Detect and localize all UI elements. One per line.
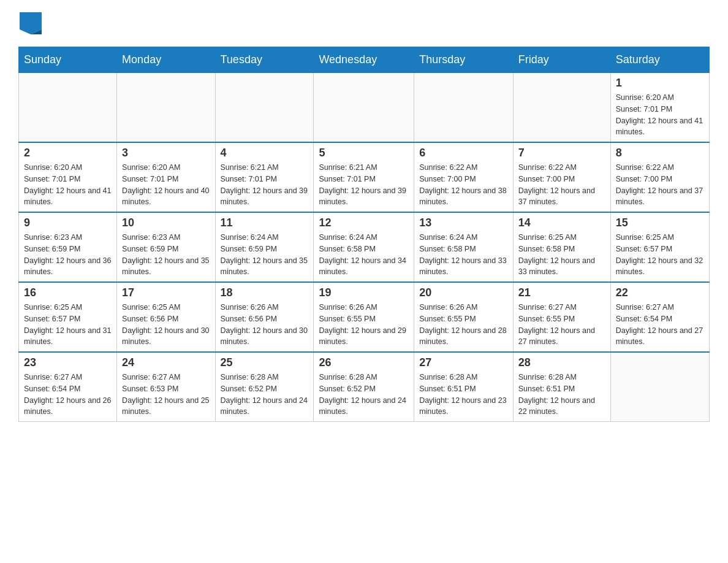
day-info: Sunrise: 6:21 AM Sunset: 7:01 PM Dayligh… (319, 162, 409, 208)
day-number: 6 (419, 147, 508, 159)
day-info: Sunrise: 6:23 AM Sunset: 6:59 PM Dayligh… (122, 232, 210, 278)
day-number: 25 (221, 356, 309, 369)
day-info: Sunrise: 6:23 AM Sunset: 6:59 PM Dayligh… (24, 232, 112, 278)
day-info: Sunrise: 6:25 AM Sunset: 6:57 PM Dayligh… (616, 232, 704, 278)
day-of-week-header: Monday (117, 47, 215, 73)
day-number: 16 (24, 286, 112, 299)
day-info: Sunrise: 6:20 AM Sunset: 7:01 PM Dayligh… (24, 162, 112, 208)
day-number: 22 (616, 286, 704, 299)
day-of-week-header: Thursday (414, 47, 514, 73)
calendar-day-cell: 15Sunrise: 6:25 AM Sunset: 6:57 PM Dayli… (610, 212, 709, 282)
calendar-day-cell: 13Sunrise: 6:24 AM Sunset: 6:58 PM Dayli… (414, 212, 514, 282)
day-number: 3 (122, 147, 210, 159)
day-info: Sunrise: 6:21 AM Sunset: 7:01 PM Dayligh… (221, 162, 309, 208)
calendar-day-cell (117, 73, 215, 143)
calendar-day-cell: 26Sunrise: 6:28 AM Sunset: 6:52 PM Dayli… (314, 352, 414, 422)
day-number: 1 (616, 77, 704, 90)
day-info: Sunrise: 6:22 AM Sunset: 7:00 PM Dayligh… (419, 162, 508, 208)
calendar-day-cell: 5Sunrise: 6:21 AM Sunset: 7:01 PM Daylig… (314, 142, 414, 212)
day-info: Sunrise: 6:20 AM Sunset: 7:01 PM Dayligh… (616, 92, 704, 138)
calendar-day-cell: 10Sunrise: 6:23 AM Sunset: 6:59 PM Dayli… (117, 212, 215, 282)
day-info: Sunrise: 6:27 AM Sunset: 6:55 PM Dayligh… (518, 302, 605, 348)
day-info: Sunrise: 6:28 AM Sunset: 6:51 PM Dayligh… (518, 372, 605, 418)
day-info: Sunrise: 6:20 AM Sunset: 7:01 PM Dayligh… (122, 162, 210, 208)
calendar-day-cell (414, 73, 514, 143)
day-info: Sunrise: 6:25 AM Sunset: 6:57 PM Dayligh… (24, 302, 112, 348)
day-number: 11 (221, 216, 309, 229)
day-number: 18 (221, 286, 309, 299)
day-number: 20 (419, 286, 508, 299)
logo (18, 12, 43, 34)
day-number: 4 (221, 147, 309, 159)
day-number: 9 (24, 216, 112, 229)
calendar-day-cell (19, 73, 117, 143)
day-number: 26 (319, 356, 409, 369)
day-info: Sunrise: 6:24 AM Sunset: 6:59 PM Dayligh… (221, 232, 309, 278)
calendar-day-cell: 17Sunrise: 6:25 AM Sunset: 6:56 PM Dayli… (117, 282, 215, 352)
day-of-week-header: Sunday (19, 47, 117, 73)
calendar-day-cell (513, 73, 610, 143)
day-number: 24 (122, 356, 210, 369)
day-info: Sunrise: 6:25 AM Sunset: 6:58 PM Dayligh… (518, 232, 605, 278)
day-info: Sunrise: 6:22 AM Sunset: 7:00 PM Dayligh… (616, 162, 704, 208)
day-info: Sunrise: 6:26 AM Sunset: 6:55 PM Dayligh… (419, 302, 508, 348)
day-info: Sunrise: 6:27 AM Sunset: 6:54 PM Dayligh… (24, 372, 112, 418)
day-number: 28 (518, 356, 605, 369)
calendar-week-row: 1Sunrise: 6:20 AM Sunset: 7:01 PM Daylig… (19, 73, 710, 143)
day-of-week-header: Tuesday (215, 47, 314, 73)
calendar-day-cell: 9Sunrise: 6:23 AM Sunset: 6:59 PM Daylig… (19, 212, 117, 282)
calendar-day-cell: 8Sunrise: 6:22 AM Sunset: 7:00 PM Daylig… (610, 142, 709, 212)
calendar-day-cell: 23Sunrise: 6:27 AM Sunset: 6:54 PM Dayli… (19, 352, 117, 422)
calendar-day-cell: 6Sunrise: 6:22 AM Sunset: 7:00 PM Daylig… (414, 142, 514, 212)
calendar-week-row: 9Sunrise: 6:23 AM Sunset: 6:59 PM Daylig… (19, 212, 710, 282)
calendar-day-cell: 22Sunrise: 6:27 AM Sunset: 6:54 PM Dayli… (610, 282, 709, 352)
calendar-day-cell: 14Sunrise: 6:25 AM Sunset: 6:58 PM Dayli… (513, 212, 610, 282)
calendar-week-row: 2Sunrise: 6:20 AM Sunset: 7:01 PM Daylig… (19, 142, 710, 212)
day-of-week-header: Friday (513, 47, 610, 73)
calendar-header-row: SundayMondayTuesdayWednesdayThursdayFrid… (19, 47, 710, 73)
day-number: 13 (419, 216, 508, 229)
logo-icon (20, 12, 42, 34)
day-info: Sunrise: 6:27 AM Sunset: 6:54 PM Dayligh… (616, 302, 704, 348)
day-number: 21 (518, 286, 605, 299)
day-info: Sunrise: 6:28 AM Sunset: 6:51 PM Dayligh… (419, 372, 508, 418)
day-number: 5 (319, 147, 409, 159)
calendar-table: SundayMondayTuesdayWednesdayThursdayFrid… (18, 47, 710, 422)
day-info: Sunrise: 6:26 AM Sunset: 6:55 PM Dayligh… (319, 302, 409, 348)
calendar-day-cell: 25Sunrise: 6:28 AM Sunset: 6:52 PM Dayli… (215, 352, 314, 422)
day-number: 23 (24, 356, 112, 369)
day-number: 7 (518, 147, 605, 159)
day-number: 8 (616, 147, 704, 159)
day-number: 14 (518, 216, 605, 229)
day-info: Sunrise: 6:25 AM Sunset: 6:56 PM Dayligh… (122, 302, 210, 348)
calendar-day-cell: 18Sunrise: 6:26 AM Sunset: 6:56 PM Dayli… (215, 282, 314, 352)
calendar-day-cell: 7Sunrise: 6:22 AM Sunset: 7:00 PM Daylig… (513, 142, 610, 212)
calendar-day-cell: 21Sunrise: 6:27 AM Sunset: 6:55 PM Dayli… (513, 282, 610, 352)
day-info: Sunrise: 6:27 AM Sunset: 6:53 PM Dayligh… (122, 372, 210, 418)
calendar-day-cell (215, 73, 314, 143)
calendar-day-cell: 28Sunrise: 6:28 AM Sunset: 6:51 PM Dayli… (513, 352, 610, 422)
page-header (18, 12, 710, 34)
calendar-day-cell (610, 352, 709, 422)
calendar-week-row: 16Sunrise: 6:25 AM Sunset: 6:57 PM Dayli… (19, 282, 710, 352)
calendar-week-row: 23Sunrise: 6:27 AM Sunset: 6:54 PM Dayli… (19, 352, 710, 422)
calendar-day-cell: 3Sunrise: 6:20 AM Sunset: 7:01 PM Daylig… (117, 142, 215, 212)
day-info: Sunrise: 6:28 AM Sunset: 6:52 PM Dayligh… (319, 372, 409, 418)
day-info: Sunrise: 6:28 AM Sunset: 6:52 PM Dayligh… (221, 372, 309, 418)
day-number: 27 (419, 356, 508, 369)
day-number: 19 (319, 286, 409, 299)
calendar-day-cell: 4Sunrise: 6:21 AM Sunset: 7:01 PM Daylig… (215, 142, 314, 212)
calendar-day-cell: 11Sunrise: 6:24 AM Sunset: 6:59 PM Dayli… (215, 212, 314, 282)
calendar-day-cell: 24Sunrise: 6:27 AM Sunset: 6:53 PM Dayli… (117, 352, 215, 422)
day-info: Sunrise: 6:22 AM Sunset: 7:00 PM Dayligh… (518, 162, 605, 208)
calendar-day-cell: 1Sunrise: 6:20 AM Sunset: 7:01 PM Daylig… (610, 73, 709, 143)
day-number: 17 (122, 286, 210, 299)
calendar-day-cell: 16Sunrise: 6:25 AM Sunset: 6:57 PM Dayli… (19, 282, 117, 352)
calendar-day-cell: 19Sunrise: 6:26 AM Sunset: 6:55 PM Dayli… (314, 282, 414, 352)
calendar-day-cell: 27Sunrise: 6:28 AM Sunset: 6:51 PM Dayli… (414, 352, 514, 422)
calendar-day-cell: 20Sunrise: 6:26 AM Sunset: 6:55 PM Dayli… (414, 282, 514, 352)
day-info: Sunrise: 6:24 AM Sunset: 6:58 PM Dayligh… (319, 232, 409, 278)
day-of-week-header: Wednesday (314, 47, 414, 73)
day-number: 2 (24, 147, 112, 159)
day-of-week-header: Saturday (610, 47, 709, 73)
